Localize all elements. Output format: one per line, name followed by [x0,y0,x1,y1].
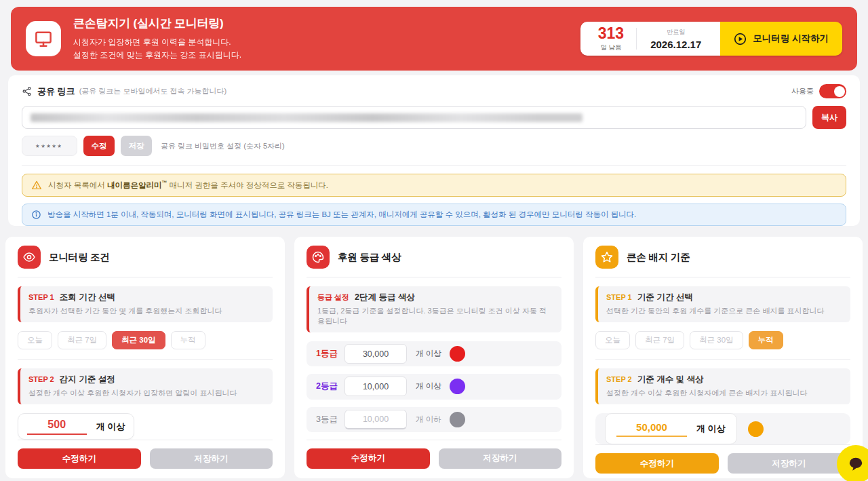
save-button[interactable]: 저장하기 [728,453,851,474]
step-label: STEP 1 [606,293,632,301]
step-label: STEP 2 [28,375,54,383]
period-chip-today[interactable]: 오늘 [18,331,52,349]
divider [595,277,850,277]
start-monitoring-label: 모니터링 시작하기 [753,33,829,45]
page-title: 큰손탐지기 (실시간 모니터링) [73,16,241,31]
step-desc: 설정한 개수 이상 후원한 시청자가 입장하면 알림이 표시됩니다 [28,388,264,398]
start-monitoring-button[interactable]: 모니터링 시작하기 [720,22,842,56]
info-text: 방송을 시작하면 1분 이내, 작동되며, 모니터링 화면에 표시됩니다, 공유… [47,210,636,220]
badge-color-swatch[interactable] [748,421,764,437]
kakao-chat-button[interactable] [837,445,868,481]
tier-unit: 개 이상 [416,381,441,391]
step-title: 감지 기준 설정 [60,374,115,385]
monitoring-conditions-card: 모니터링 조건 STEP 1 조회 기간 선택 후원자가 선택한 기간 동안 몇… [5,237,285,478]
step-desc: 후원자가 선택한 기간 동안 몇 개를 후원했는지 조회합니다 [28,306,264,316]
page-subtitle-line2: 설정한 조건에 맞는 후원자는 강조 표시됩니다. [73,49,241,62]
play-icon [734,33,747,45]
divider [595,359,850,360]
card-title: 후원 등급 색상 [338,251,401,264]
password-hint: 공유 링크 비밀번호 설정 (숫자 5자리) [161,141,285,151]
badge-threshold-input[interactable]: 50,000 [616,421,687,437]
tier-row-1: 1등급 30,000 개 이상 [307,341,561,366]
tier-label: 3등급 [316,414,344,425]
card-title: 모니터링 조건 [49,251,110,264]
warning-text: 시청자 목록에서 내이름은알리미™ 매니저 권한을 주셔야 정상적으로 작동됩니… [48,180,328,191]
step1-box: STEP 1 기준 기간 선택 선택한 기간 동안의 후원 개수를 기준으로 큰… [595,286,850,322]
badge-threshold-unit: 개 이상 [696,423,726,435]
big-spender-badge-card: 큰손 배지 기준 STEP 1 기준 기간 선택 선택한 기간 동안의 후원 개… [583,237,863,478]
step-label: STEP 2 [606,375,632,383]
password-save-button[interactable]: 저장 [121,136,152,156]
period-chip-30days[interactable]: 최근 30일 [112,331,165,349]
period-chips: 오늘 최근 7일 최근 30일 누적 [595,331,850,349]
period-chips: 오늘 최근 7일 최근 30일 누적 [18,331,273,349]
tier-step-box: 등급 설정 2단계 등급 색상 1등급, 2등급 기준을 설정합니다. 3등급은… [307,286,561,332]
toggle-knob [834,86,845,97]
period-chip-cumulative[interactable]: 누적 [749,331,783,349]
divider [307,277,561,277]
warning-triangle-icon [31,180,42,191]
divider [22,165,846,166]
monitor-icon [26,21,61,56]
tier-value-input[interactable]: 10,000 [344,410,407,429]
expiry-date: 2026.12.17 [650,39,701,50]
divider [18,359,273,360]
tier-colors-card: 후원 등급 색상 등급 설정 2단계 등급 색상 1등급, 2등급 기준을 설정… [294,237,574,478]
share-link-input[interactable] [22,106,806,129]
period-chip-today[interactable]: 오늘 [595,331,630,349]
step1-box: STEP 1 조회 기간 선택 후원자가 선택한 기간 동안 몇 개를 후원했는… [18,286,273,322]
card-title: 큰손 배지 기준 [627,251,690,264]
edit-button[interactable]: 수정하기 [18,448,141,469]
period-chip-7days[interactable]: 최근 7일 [58,331,106,349]
info-circle-icon [31,210,41,220]
step-title: 조회 기간 선택 [60,292,115,303]
period-chip-30days[interactable]: 최근 30일 [690,331,743,349]
share-link-panel: 공유 링크 (공유 링크는 모바일에서도 접속 가능합니다) 사용중 복사 **… [8,75,860,226]
step-desc: 1등급, 2등급 기준을 설정합니다. 3등급은 모니터링 조건 이상 자동 적… [317,306,553,326]
share-icon [22,86,32,96]
step-label: 등급 설정 [317,292,349,303]
tier-color-swatch[interactable] [450,379,465,394]
divider [636,28,637,50]
tier-value-input[interactable]: 10,000 [344,377,407,396]
chat-bubble-icon [847,455,865,473]
broadcast-info-notice: 방송을 시작하면 1분 이내, 작동되며, 모니터링 화면에 표시됩니다, 공유… [22,204,846,226]
threshold-box: 500 개 이상 [18,413,134,440]
step2-box: STEP 2 감지 기준 설정 설정한 개수 이상 후원한 시청자가 입장하면 … [18,368,273,404]
expiry-label: 만료일 [650,28,701,37]
eye-icon [18,246,41,269]
threshold-input[interactable]: 500 [27,419,87,435]
copy-link-button[interactable]: 복사 [812,106,846,129]
palette-icon [307,246,330,269]
app-header: 큰손탐지기 (실시간 모니터링) 시청자가 입장하면 후원 이력을 분석합니다.… [11,7,857,71]
save-button[interactable]: 저장하기 [150,448,273,469]
tier-row-2: 2등급 10,000 개 이상 [307,374,561,399]
tier-color-swatch[interactable] [450,346,465,362]
in-use-label: 사용중 [791,86,814,96]
tier-value-input[interactable]: 30,000 [344,344,407,364]
password-edit-button[interactable]: 수정 [83,136,115,156]
save-button[interactable]: 저장하기 [439,448,562,469]
tier-unit: 개 이상 [416,349,441,359]
period-chip-7days[interactable]: 최근 7일 [635,331,684,349]
step2-box: STEP 2 기준 개수 및 색상 설정한 개수 이상 후원한 시청자에게 큰손… [595,368,850,404]
period-chip-cumulative[interactable]: 누적 [171,331,205,349]
tier-row-3: 3등급 10,000 개 이하 [307,407,561,432]
star-icon [595,246,618,269]
tier-label: 1등급 [316,348,344,360]
redacted-link-value [31,113,583,122]
divider [18,277,273,277]
step-title: 기준 기간 선택 [637,292,693,303]
share-link-toggle[interactable] [819,84,846,98]
share-link-title: 공유 링크 [37,85,75,98]
tier-color-swatch[interactable] [450,412,465,427]
page-subtitle-line1: 시청자가 입장하면 후원 이력을 분석합니다. [73,36,241,49]
edit-button[interactable]: 수정하기 [307,448,430,469]
share-link-subtitle: (공유 링크는 모바일에서도 접속 가능합니다) [79,86,227,96]
edit-button[interactable]: 수정하기 [595,453,719,474]
step-title: 기준 개수 및 색상 [637,374,704,385]
threshold-unit: 개 이상 [96,421,125,433]
step-desc: 설정한 개수 이상 후원한 시청자에게 큰손 배지가 표시됩니다 [606,388,842,398]
license-info: 313 일 남음 만료일 2026.12.17 [580,22,720,56]
password-input[interactable]: ***** [22,136,77,156]
